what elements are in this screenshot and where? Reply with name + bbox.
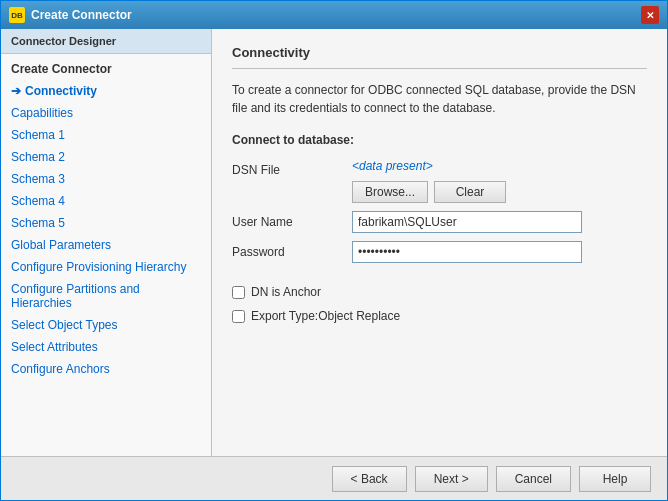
main-content: Connector Designer Create Connector ➔ Co… — [1, 29, 667, 456]
password-row: Password — [232, 241, 647, 263]
sidebar-item-schema3[interactable]: Schema 3 — [1, 168, 211, 190]
description-text: To create a connector for ODBC connected… — [232, 81, 647, 117]
dn-anchor-checkbox[interactable] — [232, 286, 245, 299]
titlebar-left: DB Create Connector — [9, 7, 132, 23]
browse-button[interactable]: Browse... — [352, 181, 428, 203]
dsn-file-controls: <data present> Browse... Clear — [352, 159, 506, 203]
sidebar-label-capabilities: Capabilities — [11, 106, 73, 120]
dn-anchor-row: DN is Anchor — [232, 285, 647, 299]
username-row: User Name — [232, 211, 647, 233]
sidebar-item-select-attr[interactable]: Select Attributes — [1, 336, 211, 358]
content-header: Connectivity — [232, 45, 647, 69]
sidebar-label-create-connector: Create Connector — [11, 62, 112, 76]
dsn-button-row: Browse... Clear — [352, 181, 506, 203]
export-type-checkbox[interactable] — [232, 310, 245, 323]
export-type-label[interactable]: Export Type:Object Replace — [251, 309, 400, 323]
sidebar-label-connectivity: Connectivity — [25, 84, 97, 98]
sidebar-item-schema2[interactable]: Schema 2 — [1, 146, 211, 168]
sidebar-label-global-params: Global Parameters — [11, 238, 111, 252]
export-type-row: Export Type:Object Replace — [232, 309, 647, 323]
sidebar-label-configure-prov: Configure Provisioning Hierarchy — [11, 260, 186, 274]
titlebar: DB Create Connector ✕ — [1, 1, 667, 29]
sidebar-item-configure-prov[interactable]: Configure Provisioning Hierarchy — [1, 256, 211, 278]
content-panel: Connectivity To create a connector for O… — [212, 29, 667, 456]
sidebar-item-capabilities[interactable]: Capabilities — [1, 102, 211, 124]
sidebar-item-create-connector[interactable]: Create Connector — [1, 54, 211, 80]
username-label: User Name — [232, 215, 352, 229]
sidebar-item-schema4[interactable]: Schema 4 — [1, 190, 211, 212]
help-button[interactable]: Help — [579, 466, 651, 492]
close-button[interactable]: ✕ — [641, 6, 659, 24]
dsn-file-label: DSN File — [232, 159, 352, 177]
sidebar-label-select-attr: Select Attributes — [11, 340, 98, 354]
connect-label: Connect to database: — [232, 133, 647, 147]
dsn-file-row: DSN File <data present> Browse... Clear — [232, 159, 647, 203]
sidebar-item-schema5[interactable]: Schema 5 — [1, 212, 211, 234]
sidebar-item-schema1[interactable]: Schema 1 — [1, 124, 211, 146]
sidebar-label-schema4: Schema 4 — [11, 194, 65, 208]
clear-button[interactable]: Clear — [434, 181, 506, 203]
app-icon: DB — [9, 7, 25, 23]
back-button[interactable]: < Back — [332, 466, 407, 492]
sidebar: Connector Designer Create Connector ➔ Co… — [1, 29, 212, 456]
next-button[interactable]: Next > — [415, 466, 488, 492]
main-window: DB Create Connector ✕ Connector Designer… — [0, 0, 668, 501]
password-label: Password — [232, 245, 352, 259]
sidebar-label-schema2: Schema 2 — [11, 150, 65, 164]
arrow-icon: ➔ — [11, 84, 21, 98]
sidebar-header: Connector Designer — [1, 29, 211, 54]
sidebar-item-global-params[interactable]: Global Parameters — [1, 234, 211, 256]
sidebar-item-configure-part[interactable]: Configure Partitions and Hierarchies — [1, 278, 211, 314]
sidebar-label-schema1: Schema 1 — [11, 128, 65, 142]
password-input[interactable] — [352, 241, 582, 263]
sidebar-label-configure-part: Configure Partitions and Hierarchies — [11, 282, 140, 310]
dsn-file-value: <data present> — [352, 159, 506, 173]
sidebar-item-select-obj[interactable]: Select Object Types — [1, 314, 211, 336]
sidebar-label-select-obj: Select Object Types — [11, 318, 118, 332]
sidebar-label-schema3: Schema 3 — [11, 172, 65, 186]
sidebar-label-schema5: Schema 5 — [11, 216, 65, 230]
sidebar-label-configure-anch: Configure Anchors — [11, 362, 110, 376]
bottom-bar: < Back Next > Cancel Help — [1, 456, 667, 500]
dn-anchor-label[interactable]: DN is Anchor — [251, 285, 321, 299]
sidebar-item-connectivity[interactable]: ➔ Connectivity — [1, 80, 211, 102]
username-input[interactable] — [352, 211, 582, 233]
sidebar-item-configure-anch[interactable]: Configure Anchors — [1, 358, 211, 380]
window-title: Create Connector — [31, 8, 132, 22]
cancel-button[interactable]: Cancel — [496, 466, 571, 492]
